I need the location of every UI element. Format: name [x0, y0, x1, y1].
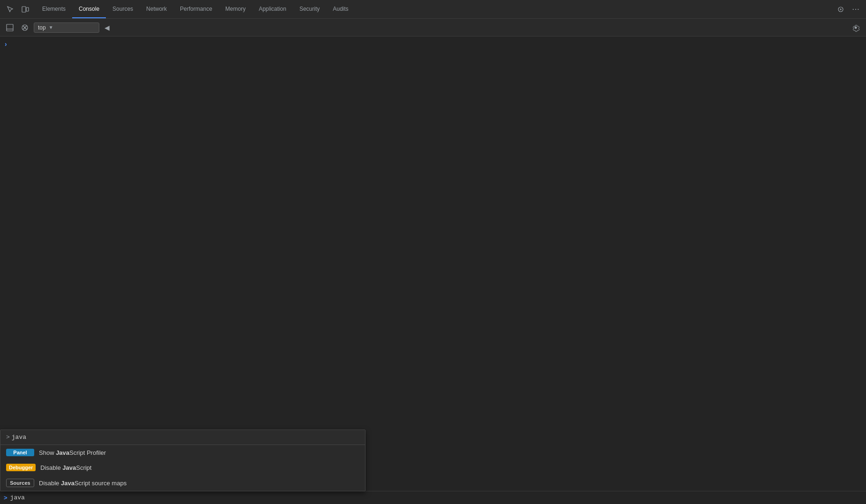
console-prompt: >: [4, 494, 7, 501]
nav-tabs: Elements Console Sources Network Perform…: [36, 0, 834, 18]
autocomplete-item-sources[interactable]: Sources Disable JavaScript source maps: [0, 475, 365, 491]
autocomplete-item-debugger[interactable]: Debugger Disable JavaScript: [0, 460, 365, 475]
tab-audits[interactable]: Audits: [326, 0, 355, 18]
context-selector[interactable]: top ▼: [34, 22, 99, 33]
autocomplete-prompt-symbol: >: [6, 434, 10, 441]
context-value: top: [38, 24, 46, 31]
autocomplete-typed-text: java: [12, 434, 26, 441]
context-dropdown-arrow: ▼: [49, 25, 53, 30]
dock-button[interactable]: [834, 3, 847, 16]
more-options-button[interactable]: ⋯: [849, 3, 862, 16]
show-console-drawer-button[interactable]: [4, 22, 16, 34]
tab-console[interactable]: Console: [72, 0, 106, 18]
svg-rect-1: [26, 7, 29, 11]
autocomplete-label-sources: Disable JavaScript source maps: [39, 480, 127, 487]
autocomplete-label-debugger: Disable JavaScript: [40, 464, 91, 471]
svg-rect-3: [7, 24, 13, 31]
top-nav: Elements Console Sources Network Perform…: [0, 0, 866, 19]
nav-icons: [4, 3, 32, 16]
console-input-row[interactable]: > java: [0, 491, 866, 504]
console-prompt-indicator: ›: [5, 40, 7, 48]
autocomplete-item-panel[interactable]: Panel Show JavaScript Profiler: [0, 445, 365, 460]
nav-right-icons: ⋯: [834, 3, 862, 16]
tab-elements[interactable]: Elements: [36, 0, 72, 18]
console-toolbar: top ▼ ◀: [0, 19, 866, 37]
inspect-element-button[interactable]: [4, 3, 17, 16]
console-input-area: > java Panel Show JavaScript Profiler: [0, 491, 866, 504]
devtools-container: Elements Console Sources Network Perform…: [0, 0, 866, 504]
tab-memory[interactable]: Memory: [219, 0, 252, 18]
tab-performance[interactable]: Performance: [173, 0, 219, 18]
badge-debugger: Debugger: [6, 464, 36, 471]
clear-console-button[interactable]: [19, 22, 31, 34]
tab-sources[interactable]: Sources: [106, 0, 140, 18]
autocomplete-label-panel: Show JavaScript Profiler: [39, 449, 106, 456]
badge-sources: Sources: [6, 479, 34, 487]
console-area: › > java Panel Sho: [0, 37, 866, 504]
console-input-text: java: [10, 494, 25, 501]
settings-button[interactable]: [849, 21, 862, 34]
badge-panel: Panel: [6, 449, 34, 456]
tab-application[interactable]: Application: [252, 0, 293, 18]
svg-rect-0: [22, 7, 26, 12]
device-toolbar-button[interactable]: [19, 3, 32, 16]
autocomplete-input-row: > java: [0, 430, 365, 445]
autocomplete-dropdown: > java Panel Show JavaScript Profiler: [0, 430, 366, 491]
collapse-panel-button[interactable]: ◀: [102, 22, 112, 34]
tab-network[interactable]: Network: [140, 0, 173, 18]
main-content: › > java Panel Sho: [0, 37, 866, 504]
tab-security[interactable]: Security: [293, 0, 326, 18]
